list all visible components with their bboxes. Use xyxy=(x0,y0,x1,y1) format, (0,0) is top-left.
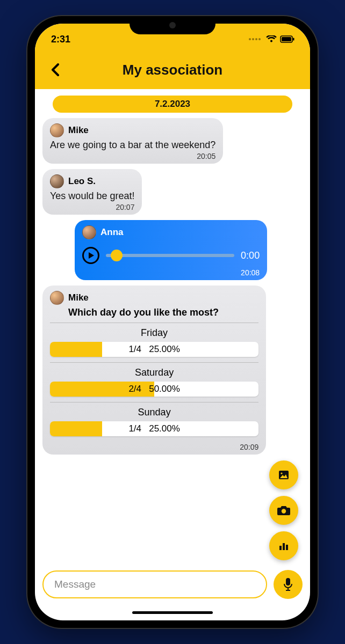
camera-button[interactable] xyxy=(269,496,298,525)
page-title: My association xyxy=(65,62,280,78)
poll-pct: 25.00% xyxy=(149,423,180,434)
status-time: 2:31 xyxy=(51,34,70,45)
message-time: 20:09 xyxy=(50,443,258,451)
poll-option-label: Saturday xyxy=(50,367,258,378)
message-bubble[interactable]: Mike Are we going to a bar at the weeken… xyxy=(42,118,223,164)
poll-bar: 1/4 25.00% xyxy=(50,342,258,357)
message-text: Yes would be great! xyxy=(50,191,134,202)
gallery-button[interactable] xyxy=(269,460,298,489)
date-separator: 7.2.2023 xyxy=(53,96,292,113)
image-icon xyxy=(277,469,290,481)
svg-rect-1 xyxy=(282,37,291,41)
svg-point-4 xyxy=(281,472,282,474)
audio-position: 0:00 xyxy=(241,250,260,261)
phone-frame: 2:31 My association 7.2.2023 Mike Are we… xyxy=(27,16,318,628)
poll-pct: 50.00% xyxy=(149,384,180,394)
screen: 2:31 My association 7.2.2023 Mike Are we… xyxy=(35,24,310,620)
sender-name: Anna xyxy=(100,227,124,238)
back-button[interactable] xyxy=(46,60,65,79)
sender-name: Mike xyxy=(68,292,89,303)
poll-option[interactable]: Sunday 1/4 25.00% xyxy=(50,402,258,442)
bar-chart-icon xyxy=(278,540,290,552)
poll-option[interactable]: Saturday 2/4 50.00% xyxy=(50,362,258,402)
poll-pct: 25.00% xyxy=(149,344,180,354)
poll-option-label: Sunday xyxy=(50,407,258,418)
svg-rect-6 xyxy=(279,546,282,550)
avatar xyxy=(50,174,64,188)
mic-icon xyxy=(283,577,293,591)
poll-question: Which day do you like the most? xyxy=(68,307,258,318)
chevron-left-icon xyxy=(51,63,60,76)
poll-bubble[interactable]: Mike Which day do you like the most? Fri… xyxy=(42,286,266,455)
slider-thumb[interactable] xyxy=(111,250,123,261)
avatar xyxy=(82,225,96,239)
header: My association xyxy=(35,55,310,89)
sender-name: Leo S. xyxy=(68,176,96,187)
poll-fill xyxy=(50,421,102,436)
notch xyxy=(130,16,215,34)
message-time: 20:05 xyxy=(50,152,215,160)
status-icons xyxy=(249,35,295,43)
svg-rect-7 xyxy=(283,543,285,550)
message-input[interactable]: Message xyxy=(42,570,267,598)
poll-count: 1/4 xyxy=(128,344,141,354)
poll-option-label: Friday xyxy=(50,327,258,339)
message-time: 20:08 xyxy=(82,268,260,277)
svg-rect-2 xyxy=(293,38,294,41)
play-icon xyxy=(89,252,94,259)
svg-rect-9 xyxy=(286,578,290,586)
poll-count: 1/4 xyxy=(128,423,141,434)
poll-option[interactable]: Friday 1/4 25.00% xyxy=(50,323,258,362)
battery-icon xyxy=(280,35,295,43)
wifi-icon xyxy=(266,35,277,43)
poll-bar: 1/4 25.00% xyxy=(50,421,258,436)
audio-slider[interactable] xyxy=(106,254,234,257)
poll-fill xyxy=(50,342,102,357)
message-time: 20:07 xyxy=(50,203,134,211)
voice-button[interactable] xyxy=(274,570,303,599)
svg-rect-8 xyxy=(286,545,288,550)
poll-count: 2/4 xyxy=(128,384,141,394)
avatar xyxy=(50,123,64,137)
avatar xyxy=(50,291,64,305)
message-placeholder: Message xyxy=(54,579,96,590)
poll-bar: 2/4 50.00% xyxy=(50,382,258,397)
svg-point-5 xyxy=(282,509,286,513)
sender-name: Mike xyxy=(68,125,89,136)
camera-icon xyxy=(277,504,291,516)
poll-button[interactable] xyxy=(269,531,298,560)
message-text: Are we going to a bar at the weekend? xyxy=(50,140,215,151)
home-indicator[interactable] xyxy=(132,611,213,614)
cellular-dots-icon xyxy=(249,38,261,40)
audio-message-bubble[interactable]: Anna 0:00 20:08 xyxy=(75,220,267,280)
play-button[interactable] xyxy=(82,247,99,264)
action-buttons xyxy=(269,460,298,560)
message-bubble[interactable]: Leo S. Yes would be great! 20:07 xyxy=(42,169,142,215)
